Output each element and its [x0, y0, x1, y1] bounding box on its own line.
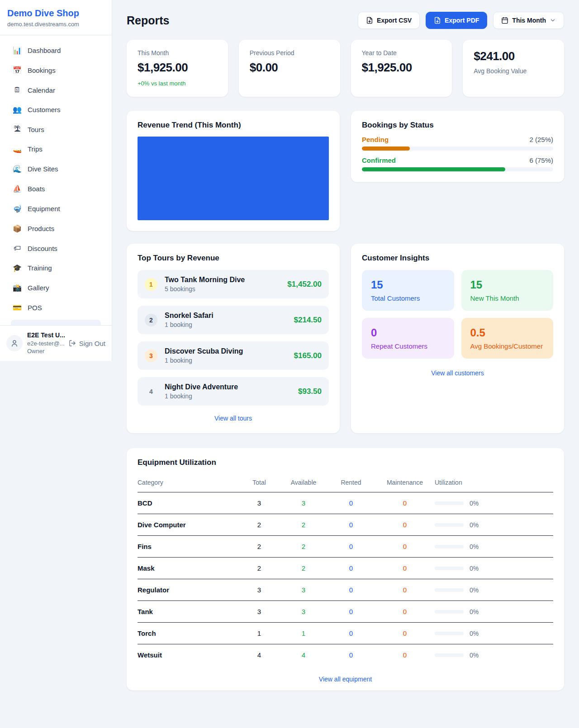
tour-info: Two Tank Morning Dive5 bookings	[165, 276, 245, 293]
products-icon: 📦	[13, 224, 22, 233]
status-value: 6 (75%)	[529, 156, 553, 164]
utilization-percent: 0%	[470, 586, 479, 594]
table-row: Mask22000%	[138, 558, 553, 579]
utilization-percent: 0%	[470, 500, 479, 507]
sidebar-item-discounts[interactable]: 🏷Discounts	[5, 241, 106, 256]
cell-category: Torch	[138, 623, 238, 644]
sidebar-item-pos[interactable]: 💳POS	[5, 300, 106, 316]
tour-info: Night Dive Adventure1 booking	[165, 383, 238, 400]
user-panel: E2E Test U... e2e-tester@... Owner Sign …	[0, 325, 112, 361]
tour-name: Snorkel Safari	[165, 312, 214, 320]
utilization-percent: 0%	[470, 608, 479, 615]
cell-total: 1	[238, 623, 280, 644]
tour-row: 2Snorkel Safari1 booking$214.50	[138, 306, 329, 334]
cell-available: 2	[280, 558, 327, 579]
cell-rented: 0	[327, 623, 375, 644]
sidebar-item-label: POS	[28, 304, 42, 312]
file-download-icon	[434, 17, 441, 24]
column-header-category: Category	[138, 474, 238, 492]
tour-bookings: 1 booking	[165, 357, 243, 364]
tour-revenue: $1,452.00	[287, 280, 322, 289]
view-all-equipment-link[interactable]: View all equipment	[319, 676, 372, 683]
status-bar-fill	[362, 167, 505, 171]
sidebar-item-dashboard[interactable]: 📊Dashboard	[5, 43, 106, 58]
customer-insights-title: Customer Insights	[362, 254, 553, 263]
equipment-table: Category Total Available Rented Maintena…	[138, 474, 553, 666]
insight-label: Repeat Customers	[371, 342, 445, 350]
insight-label: Avg Bookings/Customer	[470, 342, 545, 350]
cell-category: Tank	[138, 601, 238, 623]
sign-out-button[interactable]: Sign Out	[69, 340, 105, 347]
sidebar-item-equipment[interactable]: 🤿Equipment	[5, 201, 106, 217]
sidebar-item-label: Bookings	[28, 66, 56, 74]
rank-badge: 4	[145, 385, 157, 398]
cell-rented: 0	[327, 558, 375, 579]
sidebar-item-gallery[interactable]: 📸Gallery	[5, 280, 106, 296]
sidebar-item-label: Trips	[28, 145, 43, 153]
export-csv-button[interactable]: Export CSV	[358, 12, 420, 29]
export-csv-label: Export CSV	[377, 17, 412, 24]
stat-value: $1,925.00	[138, 61, 217, 75]
cell-utilization: 0%	[435, 558, 553, 579]
cell-utilization: 0%	[435, 644, 553, 666]
sidebar-item-label: Gallery	[28, 284, 49, 292]
tour-info: Discover Scuba Diving1 booking	[165, 347, 243, 364]
cell-total: 3	[238, 601, 280, 623]
sidebar-item-label: Dashboard	[28, 47, 61, 54]
utilization-bar-track	[435, 567, 464, 570]
sidebar-item-products[interactable]: 📦Products	[5, 221, 106, 236]
tour-row: 1Two Tank Morning Dive5 bookings$1,452.0…	[138, 270, 329, 298]
stat-card-year-to-date: Year to Date $1,925.00	[351, 40, 452, 97]
cell-total: 3	[238, 492, 280, 514]
cell-available: 2	[280, 536, 327, 558]
sidebar-item-bookings[interactable]: 📅Bookings	[5, 62, 106, 78]
table-row: Regulator33000%	[138, 579, 553, 601]
sidebar-item-active-partial[interactable]	[11, 320, 101, 325]
stat-value: $1,925.00	[362, 61, 441, 75]
cell-category: Wetsuit	[138, 644, 238, 666]
sidebar-item-boats[interactable]: ⛵Boats	[5, 181, 106, 197]
stat-cards: This Month $1,925.00 +0% vs last month P…	[127, 40, 564, 97]
sidebar-item-customers[interactable]: 👥Customers	[5, 102, 106, 118]
sign-out-label: Sign Out	[79, 340, 105, 347]
cell-maintenance: 0	[375, 536, 435, 558]
status-bar-fill	[362, 147, 410, 151]
training-icon: 🎓	[13, 264, 22, 272]
period-label: This Month	[512, 17, 546, 24]
utilization-percent: 0%	[470, 565, 479, 572]
gallery-icon: 📸	[13, 284, 22, 292]
rank-badge: 3	[145, 350, 157, 362]
cell-maintenance: 0	[375, 558, 435, 579]
export-pdf-button[interactable]: Export PDF	[426, 12, 487, 29]
cell-category: BCD	[138, 492, 238, 514]
dashboard-icon: 📊	[13, 46, 22, 55]
sidebar-item-dive-sites[interactable]: 🌊Dive Sites	[5, 161, 106, 177]
view-all-customers-link[interactable]: View all customers	[431, 369, 484, 377]
sidebar-item-training[interactable]: 🎓Training	[5, 260, 106, 276]
column-header-total: Total	[238, 474, 280, 492]
sidebar-item-tours[interactable]: 🏝Tours	[5, 122, 106, 137]
stat-value: $0.00	[250, 61, 329, 75]
sidebar-item-calendar[interactable]: 🗓Calendar	[5, 82, 106, 98]
tour-name: Night Dive Adventure	[165, 383, 238, 391]
view-all-tours-link[interactable]: View all tours	[214, 415, 252, 422]
period-selector[interactable]: This Month	[493, 12, 564, 29]
sidebar-item-label: Customers	[28, 106, 61, 113]
sidebar-item-trips[interactable]: 🚤Trips	[5, 141, 106, 157]
status-label: Pending	[362, 136, 389, 143]
stat-card-avg-booking-value: $241.00 Avg Booking Value	[463, 40, 564, 97]
tour-revenue: $214.50	[294, 316, 322, 325]
equipment-icon: 🤿	[13, 204, 22, 213]
user-meta: E2E Test U... e2e-tester@... Owner	[27, 331, 64, 355]
utilization-percent: 0%	[470, 652, 479, 659]
trips-icon: 🚤	[13, 145, 22, 153]
cell-total: 2	[238, 536, 280, 558]
sidebar-item-label: Products	[28, 225, 54, 232]
cell-category: Mask	[138, 558, 238, 579]
utilization-bar-track	[435, 588, 464, 592]
calendar-icon	[501, 17, 508, 24]
cell-category: Dive Computer	[138, 514, 238, 536]
status-label: Confirmed	[362, 156, 396, 164]
top-tours-panel: Top Tours by Revenue 1Two Tank Morning D…	[127, 244, 340, 433]
page-header: Reports Export CSV Export PDF This Month	[127, 12, 564, 29]
